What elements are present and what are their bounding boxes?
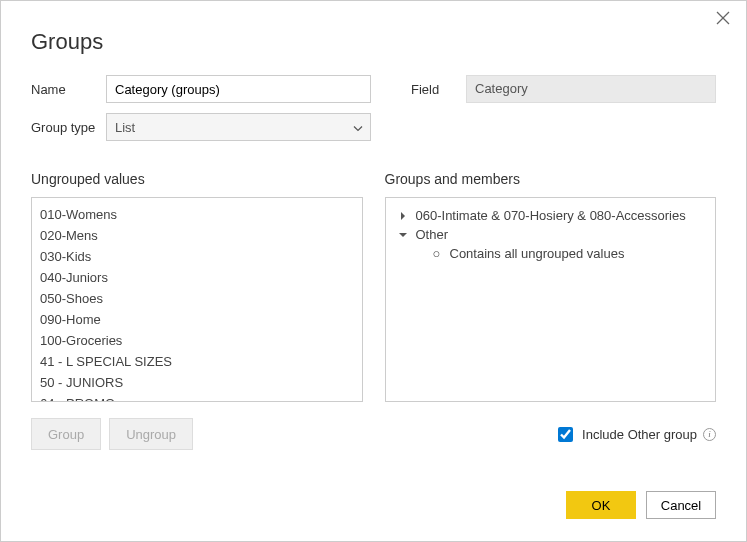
group-label: 060-Intimate & 070-Hosiery & 080-Accesso…: [416, 208, 686, 223]
group-button[interactable]: Group: [31, 418, 101, 450]
groups-tree[interactable]: 060-Intimate & 070-Hosiery & 080-Accesso…: [385, 197, 717, 402]
group-node[interactable]: 060-Intimate & 070-Hosiery & 080-Accesso…: [392, 206, 710, 225]
list-item[interactable]: 050-Shoes: [40, 288, 354, 309]
name-label: Name: [31, 82, 106, 97]
name-input[interactable]: [106, 75, 371, 103]
field-label: Field: [411, 82, 466, 97]
groups-header: Groups and members: [385, 171, 717, 187]
close-icon: [716, 11, 730, 25]
group-type-select[interactable]: List: [106, 113, 371, 141]
group-type-label: Group type: [31, 120, 106, 135]
list-item[interactable]: 030-Kids: [40, 246, 354, 267]
group-type-row: Group type List: [31, 113, 716, 141]
list-item[interactable]: 020-Mens: [40, 225, 354, 246]
list-item[interactable]: 100-Groceries: [40, 330, 354, 351]
other-child[interactable]: ○ Contains all ungrouped values: [392, 244, 710, 263]
bullet-icon: ○: [430, 246, 444, 261]
ok-button[interactable]: OK: [566, 491, 636, 519]
other-node[interactable]: Other: [392, 225, 710, 244]
dialog-title: Groups: [31, 29, 716, 55]
caret-down-icon: [396, 231, 410, 239]
list-item[interactable]: 090-Home: [40, 309, 354, 330]
list-item[interactable]: 50 - JUNIORS: [40, 372, 354, 393]
list-item[interactable]: 010-Womens: [40, 204, 354, 225]
ungrouped-listbox[interactable]: 010-Womens 020-Mens 030-Kids 040-Juniors…: [31, 197, 363, 402]
name-row: Name Field Category: [31, 75, 716, 103]
cancel-button[interactable]: Cancel: [646, 491, 716, 519]
list-item[interactable]: 41 - L SPECIAL SIZES: [40, 351, 354, 372]
other-desc: Contains all ungrouped values: [450, 246, 625, 261]
list-item[interactable]: 64 - PROMO: [40, 393, 354, 402]
other-label: Other: [416, 227, 449, 242]
ungroup-button[interactable]: Ungroup: [109, 418, 193, 450]
groups-dialog: Groups Name Field Category Group type Li…: [0, 0, 747, 542]
field-value: Category: [466, 75, 716, 103]
close-button[interactable]: [716, 11, 732, 27]
caret-right-icon: [396, 212, 410, 220]
ungrouped-header: Ungrouped values: [31, 171, 363, 187]
list-item[interactable]: 040-Juniors: [40, 267, 354, 288]
include-other-label: Include Other group: [582, 427, 697, 442]
info-icon[interactable]: i: [703, 428, 716, 441]
include-other-checkbox[interactable]: [558, 427, 573, 442]
